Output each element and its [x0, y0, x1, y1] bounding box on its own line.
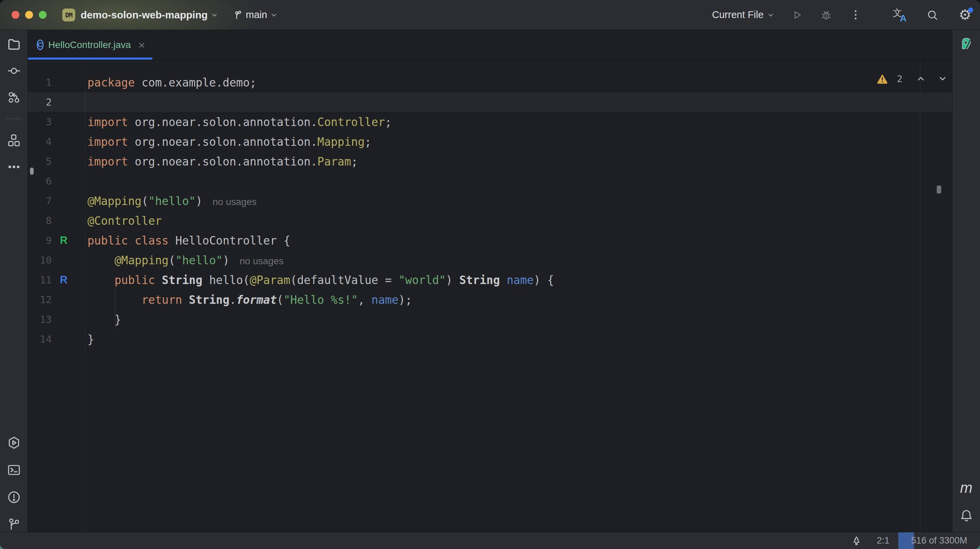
- memory-indicator[interactable]: 516 of 3300M: [898, 532, 980, 549]
- vcs-tool-window-button[interactable]: [6, 90, 21, 105]
- code-token: ;: [351, 155, 358, 168]
- code-token: @Param: [250, 273, 290, 287]
- run-configuration-selector[interactable]: Current File: [712, 9, 775, 21]
- line-number: 5: [28, 156, 52, 167]
- notifications-button[interactable]: [959, 508, 974, 523]
- minimize-window-button[interactable]: [25, 11, 33, 19]
- code-line-8[interactable]: 8@Controller: [28, 211, 952, 231]
- code-line-5[interactable]: 5import org.noear.solon.annotation.Param…: [28, 152, 952, 171]
- code-token: name: [372, 293, 398, 306]
- code-line-10[interactable]: 10 @Mapping("hello")no usages: [28, 250, 952, 270]
- settings-button[interactable]: ⚙: [958, 8, 972, 22]
- code-token: format: [236, 293, 277, 306]
- code-line-7[interactable]: 7@Mapping("hello")no usages: [28, 191, 952, 211]
- code-line-6[interactable]: 6: [28, 171, 952, 191]
- line-number: 4: [28, 136, 52, 147]
- code-text: @Mapping("hello")no usages: [85, 254, 283, 267]
- code-token: }: [88, 333, 94, 346]
- tree-status-widget[interactable]: [845, 532, 868, 549]
- folder-icon: [7, 37, 21, 51]
- gutter-handle-dot: [30, 168, 34, 175]
- code-token: @Mapping: [115, 254, 169, 267]
- title-bar-actions: Current File 文A: [712, 8, 972, 22]
- search-everywhere-button[interactable]: [926, 8, 939, 22]
- debug-button[interactable]: [819, 8, 833, 22]
- code-line-4[interactable]: 4import org.noear.solon.annotation.Mappi…: [28, 132, 952, 152]
- java-class-icon: C: [37, 40, 43, 50]
- zoom-window-button[interactable]: [39, 11, 47, 19]
- run-gutter-icon[interactable]: R: [52, 234, 85, 247]
- project-tool-window-button[interactable]: [6, 37, 21, 52]
- problems-tool-window-button[interactable]: [6, 490, 21, 505]
- green-plugin-icon: [959, 36, 974, 50]
- code-editor[interactable]: 1package com.example.demo;23import org.n…: [28, 60, 952, 532]
- code-line-3[interactable]: 3import org.noear.solon.annotation.Contr…: [28, 112, 952, 132]
- git-branch-icon: [233, 10, 243, 20]
- more-actions-button[interactable]: [849, 8, 862, 22]
- error-stripe-mark[interactable]: [937, 186, 941, 193]
- services-tool-window-button[interactable]: [6, 435, 21, 450]
- translate-button[interactable]: 文A: [893, 8, 907, 22]
- editor-column: C HelloController.java × 1package com.ex…: [28, 30, 952, 532]
- line-number: 3: [28, 116, 52, 128]
- code-token: ;: [365, 135, 372, 148]
- code-token: org.noear.solon.annotation.: [128, 115, 317, 129]
- code-line-2[interactable]: 2: [28, 92, 952, 112]
- code-token: hello(: [202, 273, 250, 287]
- code-token: public: [115, 273, 155, 287]
- code-token: [500, 273, 507, 287]
- chevron-down-icon[interactable]: [938, 74, 947, 83]
- bell-icon: [959, 509, 974, 523]
- tab-file-name: HelloController.java: [48, 40, 131, 50]
- code-line-11[interactable]: 11R public String hello(@Param(defaultVa…: [28, 270, 952, 290]
- vcs-widget[interactable]: main: [233, 9, 278, 21]
- code-line-14[interactable]: 14}: [28, 329, 952, 349]
- line-number: 12: [28, 294, 52, 305]
- line-number: 2: [28, 96, 52, 108]
- code-text: import org.noear.solon.annotation.Param;: [85, 155, 358, 168]
- code-token: org.noear.solon.annotation.: [128, 135, 317, 148]
- code-token: (: [169, 254, 175, 267]
- chevron-up-icon[interactable]: [916, 74, 926, 83]
- code-line-9[interactable]: 9Rpublic class HelloController {: [28, 231, 952, 250]
- tab-close-icon[interactable]: ×: [138, 40, 145, 50]
- git-icon: [7, 517, 21, 531]
- line-number: 9: [28, 235, 52, 246]
- code-line-1[interactable]: 1package com.example.demo;: [28, 73, 952, 92]
- project-widget[interactable]: demo-solon-web-mapping: [81, 9, 218, 21]
- run-gutter-icon[interactable]: R: [52, 274, 85, 286]
- line-number: 11: [28, 274, 52, 286]
- vcs-update-icon: [7, 90, 21, 105]
- kebab-menu-icon: [855, 10, 856, 19]
- maven-tool-window-button[interactable]: m: [960, 481, 972, 496]
- bug-icon: [821, 9, 832, 21]
- code-token: .: [229, 293, 236, 306]
- plugins-tool-window-button[interactable]: [6, 133, 21, 148]
- chevron-down-icon: [211, 11, 218, 19]
- terminal-tool-window-button[interactable]: [6, 463, 21, 477]
- translate-icon: 文A: [893, 8, 907, 22]
- caret-position-widget[interactable]: 2:1: [868, 532, 898, 549]
- code-line-13[interactable]: 13 }: [28, 310, 952, 329]
- terminal-icon: [7, 463, 21, 477]
- status-bar-widgets: 2:1 516 of 3300M: [845, 532, 980, 549]
- code-token: import: [88, 155, 128, 168]
- inspections-widget[interactable]: 2: [877, 73, 947, 85]
- code-token: Param: [318, 155, 351, 168]
- git-tool-window-button[interactable]: [6, 517, 21, 532]
- run-button[interactable]: [790, 8, 804, 22]
- chevron-down-icon: [270, 11, 278, 19]
- close-window-button[interactable]: [11, 11, 19, 19]
- code-token: String: [189, 293, 229, 306]
- code-token: );: [398, 293, 412, 306]
- green-plugin-tool-window-button[interactable]: [959, 35, 974, 50]
- code-token: org.noear.solon.annotation.: [128, 155, 317, 168]
- more-tool-windows-button[interactable]: [6, 160, 21, 174]
- commit-tool-window-button[interactable]: [6, 63, 21, 78]
- code-text: @Controller: [85, 214, 162, 228]
- project-badge[interactable]: DM: [62, 8, 75, 21]
- code-line-12[interactable]: 12 return String.format("Hello %s!", nam…: [28, 290, 952, 310]
- code-token: class: [135, 234, 169, 247]
- tab-hellocontroller[interactable]: C HelloController.java ×: [28, 30, 153, 60]
- run-config-label: Current File: [712, 9, 764, 21]
